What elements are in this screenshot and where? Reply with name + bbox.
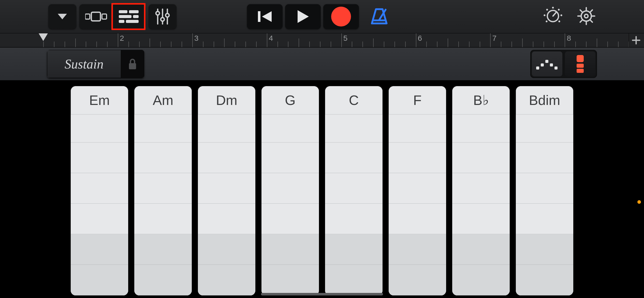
chord-strip-row[interactable]: [389, 234, 446, 265]
chord-strip-row[interactable]: [325, 204, 383, 234]
sustain-lock-button[interactable]: [121, 50, 144, 78]
chord-strip-row[interactable]: [452, 173, 510, 204]
chord-strip[interactable]: Am: [134, 86, 192, 295]
skip-back-icon: [257, 10, 273, 23]
chord-strip-row[interactable]: [261, 265, 319, 295]
record-icon: [331, 7, 351, 26]
chord-strip-row[interactable]: [516, 234, 573, 265]
chord-strip-row[interactable]: [516, 265, 573, 295]
chord-strip-row[interactable]: [198, 115, 255, 143]
chord-strip-row[interactable]: [261, 234, 319, 265]
chord-strip-row[interactable]: [71, 204, 128, 234]
chord-strip-row[interactable]: [71, 143, 128, 173]
record-button[interactable]: [323, 4, 359, 29]
chord-strip-row[interactable]: [452, 234, 510, 265]
chord-label: Am: [134, 86, 192, 115]
chord-strip-row[interactable]: [452, 204, 510, 234]
master-volume-button[interactable]: [543, 6, 563, 27]
ruler-bar[interactable]: 4: [267, 33, 341, 47]
chord-strip-row[interactable]: [452, 115, 510, 143]
tracks-view-button[interactable]: [113, 6, 144, 28]
svg-rect-48: [577, 55, 584, 62]
view-switcher[interactable]: [79, 4, 145, 29]
chord-strip-row[interactable]: [261, 204, 319, 234]
chord-strip[interactable]: B♭: [452, 86, 510, 295]
chord-strip-row[interactable]: [325, 115, 383, 143]
chord-strip-row[interactable]: [389, 143, 446, 173]
chord-strip-row[interactable]: [452, 143, 510, 173]
browser-icon: [85, 10, 107, 23]
chord-strip-row[interactable]: [516, 143, 573, 173]
chord-strip-row[interactable]: [516, 173, 573, 204]
add-section-button[interactable]: [629, 33, 643, 47]
chord-strip-row[interactable]: [261, 173, 319, 204]
chord-strip-row[interactable]: [134, 234, 192, 265]
chord-strip-row[interactable]: [516, 115, 573, 143]
chord-strip-row[interactable]: [389, 204, 446, 234]
play-icon: [296, 9, 310, 24]
ruler-bar[interactable]: 7: [490, 33, 565, 47]
chord-strip-row[interactable]: [516, 204, 573, 234]
svg-rect-46: [550, 63, 553, 66]
chord-strip-row[interactable]: [325, 265, 383, 295]
ruler-bar[interactable]: 6: [416, 33, 490, 47]
arpeggio-icon: [536, 58, 559, 70]
arpeggiator-mode-button[interactable]: [532, 51, 562, 76]
svg-point-28: [544, 15, 546, 16]
chord-strip-row[interactable]: [325, 173, 383, 204]
svg-rect-50: [577, 69, 584, 73]
chord-strip[interactable]: G: [261, 86, 319, 295]
ruler-bar[interactable]: 3: [192, 33, 267, 47]
go-to-beginning-button[interactable]: [247, 4, 283, 29]
play-button[interactable]: [285, 4, 321, 29]
chord-strip[interactable]: Em: [71, 86, 128, 295]
chord-strip-row[interactable]: [325, 143, 383, 173]
chord-strip-row[interactable]: [71, 234, 128, 265]
chord-strip-row[interactable]: [261, 143, 319, 173]
chord-strip-row[interactable]: [134, 143, 192, 173]
browser-view-button[interactable]: [81, 6, 111, 28]
my-songs-button[interactable]: [48, 4, 76, 29]
chord-strip-row[interactable]: [389, 265, 446, 295]
chord-strip[interactable]: F: [389, 86, 446, 295]
chord-strip[interactable]: C: [325, 86, 383, 295]
chord-strip-row[interactable]: [452, 265, 510, 295]
svg-rect-44: [541, 63, 544, 66]
settings-button[interactable]: [577, 7, 596, 26]
ruler-bar[interactable]: 2: [118, 33, 192, 47]
chord-strip[interactable]: Bdim: [516, 86, 573, 295]
top-toolbar: [0, 0, 644, 33]
svg-line-36: [580, 10, 582, 12]
svg-point-27: [546, 21, 548, 22]
svg-point-13: [161, 18, 164, 21]
timeline-ruler[interactable]: 2345678: [0, 33, 644, 47]
chord-strip-row[interactable]: [71, 265, 128, 295]
chord-strip-row[interactable]: [134, 265, 192, 295]
chord-strip-row[interactable]: [198, 234, 255, 265]
chord-strip[interactable]: Dm: [198, 86, 255, 295]
chord-strip-row[interactable]: [261, 115, 319, 143]
chord-strip-row[interactable]: [198, 204, 255, 234]
metronome-icon: [370, 8, 389, 25]
chord-strip-row[interactable]: [134, 115, 192, 143]
chord-strip-row[interactable]: [389, 173, 446, 204]
metronome-button[interactable]: [361, 4, 397, 29]
ruler-bar[interactable]: [43, 33, 118, 47]
bar-number: 3: [194, 34, 199, 43]
chord-strip-row[interactable]: [134, 204, 192, 234]
chord-strip-row[interactable]: [71, 115, 128, 143]
chord-strip-row[interactable]: [71, 173, 128, 204]
sustain-button[interactable]: Sustain: [47, 50, 121, 78]
svg-point-24: [558, 9, 560, 11]
chord-strip-row[interactable]: [134, 173, 192, 204]
chord-strip-row[interactable]: [198, 265, 255, 295]
chord-strips-mode-button[interactable]: [565, 51, 595, 76]
tracks-icon: [119, 10, 139, 23]
chord-strip-row[interactable]: [325, 234, 383, 265]
chord-strip-row[interactable]: [198, 143, 255, 173]
chord-strip-row[interactable]: [198, 173, 255, 204]
ruler-bar[interactable]: 8: [565, 33, 639, 47]
track-controls-button[interactable]: [149, 4, 177, 29]
chord-strip-row[interactable]: [389, 115, 446, 143]
ruler-bar[interactable]: 5: [341, 33, 416, 47]
